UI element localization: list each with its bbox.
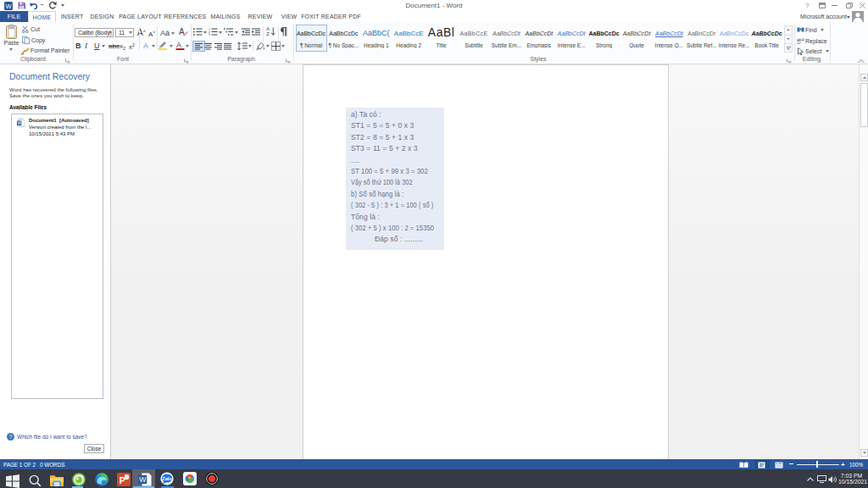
svg-text:A: A [176,41,181,49]
svg-text:?: ? [9,434,13,440]
svg-text:P: P [120,476,125,485]
svg-text:W: W [18,120,22,125]
svg-text:Z: Z [266,31,270,36]
svg-text:ac: ac [797,41,802,45]
svg-text:Zalo: Zalo [162,476,172,481]
svg-text:3: 3 [209,33,210,36]
svg-text:W: W [139,475,147,484]
